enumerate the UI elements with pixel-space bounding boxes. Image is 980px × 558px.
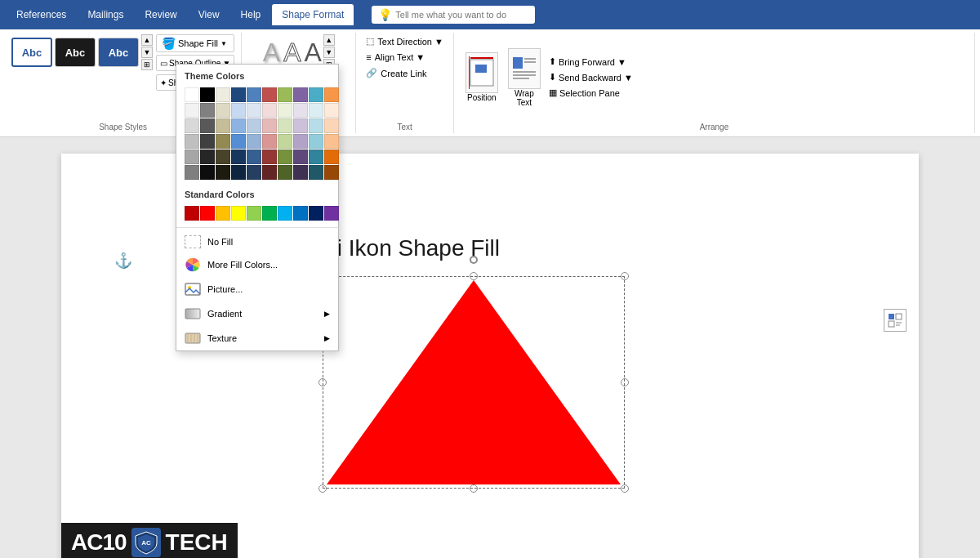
theme-color-cell[interactable] xyxy=(200,87,215,102)
theme-color-cell[interactable] xyxy=(293,134,308,149)
theme-color-cell[interactable] xyxy=(278,118,292,133)
wrap-text-button[interactable]: WrapText xyxy=(503,47,546,109)
wordart-a3[interactable]: A xyxy=(304,38,321,68)
theme-color-cell[interactable] xyxy=(324,118,339,133)
theme-color-cell[interactable] xyxy=(216,103,230,118)
theme-color-cell[interactable] xyxy=(324,87,339,102)
standard-color-cell[interactable] xyxy=(231,206,246,221)
search-bar[interactable]: 💡 xyxy=(372,6,535,24)
theme-color-cell[interactable] xyxy=(262,118,277,133)
standard-color-cell[interactable] xyxy=(200,206,215,221)
menu-mailings[interactable]: Mailings xyxy=(78,4,133,25)
theme-color-cell[interactable] xyxy=(200,103,215,118)
theme-color-cell[interactable] xyxy=(231,87,246,102)
shape-style-dark[interactable]: Abc xyxy=(55,38,96,67)
send-backward-button[interactable]: ⬇ Send Backward ▼ xyxy=(546,70,968,84)
theme-color-cell[interactable] xyxy=(247,134,261,149)
theme-color-cell[interactable] xyxy=(293,103,308,118)
theme-color-cell[interactable] xyxy=(309,150,323,164)
scroll-down-btn[interactable]: ▼ xyxy=(141,47,153,58)
rotate-handle[interactable] xyxy=(470,256,478,264)
text-direction-button[interactable]: ⬚ Text Direction ▼ xyxy=(363,34,447,48)
theme-color-cell[interactable] xyxy=(278,150,292,164)
theme-color-cell[interactable] xyxy=(278,134,292,149)
wordart-scroll-down[interactable]: ▼ xyxy=(323,47,335,58)
layout-options-icon[interactable] xyxy=(884,309,906,332)
theme-color-cell[interactable] xyxy=(185,150,199,164)
theme-color-cell[interactable] xyxy=(185,87,199,102)
theme-color-cell[interactable] xyxy=(200,165,215,180)
theme-color-cell[interactable] xyxy=(293,118,308,133)
menu-review[interactable]: Review xyxy=(135,4,186,25)
theme-color-cell[interactable] xyxy=(324,134,339,149)
picture-item[interactable]: Picture... xyxy=(176,277,338,301)
theme-color-cell[interactable] xyxy=(185,165,199,180)
theme-color-cell[interactable] xyxy=(309,165,323,180)
theme-color-cell[interactable] xyxy=(309,87,323,102)
theme-color-cell[interactable] xyxy=(231,150,246,164)
create-link-button[interactable]: 🔗 Create Link xyxy=(363,66,447,80)
bring-forward-button[interactable]: ⬆ Bring Forward ▼ xyxy=(546,55,968,69)
theme-color-cell[interactable] xyxy=(247,103,261,118)
theme-color-cell[interactable] xyxy=(247,165,261,180)
theme-color-cell[interactable] xyxy=(278,87,292,102)
wordart-a1[interactable]: A xyxy=(263,38,280,68)
theme-color-cell[interactable] xyxy=(247,87,261,102)
theme-color-cell[interactable] xyxy=(262,87,277,102)
theme-color-cell[interactable] xyxy=(262,150,277,164)
theme-color-cell[interactable] xyxy=(309,103,323,118)
standard-color-cell[interactable] xyxy=(293,206,308,221)
theme-color-cell[interactable] xyxy=(216,150,230,164)
theme-color-cell[interactable] xyxy=(247,118,261,133)
theme-color-cell[interactable] xyxy=(278,165,292,180)
no-fill-item[interactable]: No Fill xyxy=(176,231,338,252)
menu-help[interactable]: Help xyxy=(231,4,271,25)
menu-view[interactable]: View xyxy=(189,4,229,25)
standard-color-cell[interactable] xyxy=(247,206,261,221)
standard-color-cell[interactable] xyxy=(185,206,199,221)
wordart-scroll-up[interactable]: ▲ xyxy=(323,34,335,46)
shape-style-transparent[interactable]: Abc xyxy=(11,38,52,67)
gradient-item[interactable]: Gradient ▶ xyxy=(176,301,338,326)
theme-color-cell[interactable] xyxy=(293,165,308,180)
position-button[interactable]: Position xyxy=(461,51,503,104)
shape-fill-button[interactable]: 🪣 Shape Fill ▼ xyxy=(156,34,234,52)
theme-color-cell[interactable] xyxy=(293,150,308,164)
theme-color-cell[interactable] xyxy=(185,103,199,118)
standard-color-cell[interactable] xyxy=(324,206,339,221)
theme-color-cell[interactable] xyxy=(231,134,246,149)
selection-pane-button[interactable]: ▦ Selection Pane xyxy=(546,86,968,100)
theme-color-cell[interactable] xyxy=(216,87,230,102)
theme-color-cell[interactable] xyxy=(309,118,323,133)
theme-color-cell[interactable] xyxy=(216,118,230,133)
theme-color-cell[interactable] xyxy=(324,165,339,180)
texture-item[interactable]: Texture ▶ xyxy=(176,326,338,350)
theme-color-cell[interactable] xyxy=(200,150,215,164)
theme-color-cell[interactable] xyxy=(324,103,339,118)
theme-color-cell[interactable] xyxy=(231,103,246,118)
theme-color-cell[interactable] xyxy=(231,165,246,180)
standard-color-cell[interactable] xyxy=(216,206,230,221)
theme-color-cell[interactable] xyxy=(231,118,246,133)
theme-color-cell[interactable] xyxy=(324,150,339,164)
menu-shape-format[interactable]: Shape Format xyxy=(272,4,354,25)
more-colors-item[interactable]: More Fill Colors... xyxy=(176,252,338,277)
standard-color-cell[interactable] xyxy=(262,206,277,221)
search-input[interactable] xyxy=(395,10,526,20)
standard-color-cell[interactable] xyxy=(309,206,323,221)
shape-container[interactable] xyxy=(323,276,625,489)
wordart-a2[interactable]: A xyxy=(283,38,301,68)
theme-color-cell[interactable] xyxy=(200,118,215,133)
theme-color-cell[interactable] xyxy=(216,165,230,180)
scroll-up-btn[interactable]: ▲ xyxy=(141,34,153,46)
theme-color-cell[interactable] xyxy=(309,134,323,149)
standard-color-cell[interactable] xyxy=(278,206,292,221)
theme-color-cell[interactable] xyxy=(185,118,199,133)
theme-color-cell[interactable] xyxy=(247,150,261,164)
shape-style-blue[interactable]: Abc xyxy=(98,38,139,67)
scroll-more-btn[interactable]: ⊞ xyxy=(141,59,153,70)
align-text-button[interactable]: ≡ Align Text ▼ xyxy=(363,51,447,64)
theme-color-cell[interactable] xyxy=(278,103,292,118)
theme-color-cell[interactable] xyxy=(262,134,277,149)
theme-color-cell[interactable] xyxy=(262,103,277,118)
